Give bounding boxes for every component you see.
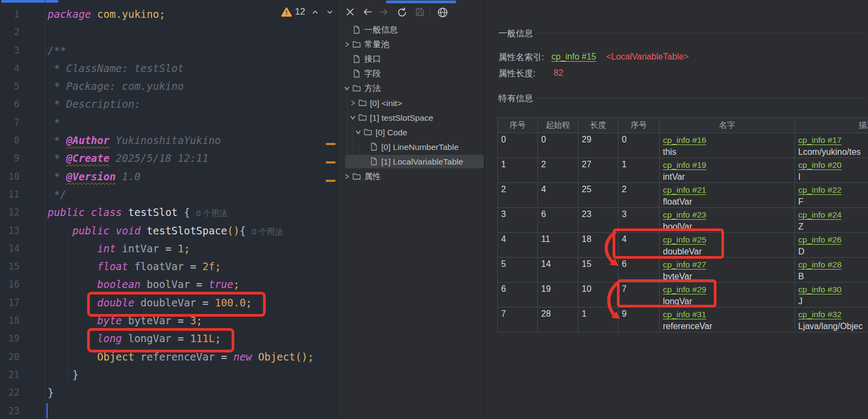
cp-info-link[interactable]: cp_info #19 (663, 160, 791, 171)
table-row[interactable]: 12271cp_info #19intVarcp_info #20I (498, 158, 868, 183)
cp-info-link[interactable]: cp_info #21 (663, 185, 791, 195)
chevron-right-icon[interactable] (344, 173, 350, 180)
cp-info-link[interactable]: cp_info #28 (798, 259, 868, 270)
cell: cp_info #16this (660, 133, 795, 158)
cp-info-link[interactable]: cp_info #29 (663, 284, 791, 295)
tree-item--[interactable]: 字段 (338, 67, 484, 81)
column-header[interactable]: 起始程序... (538, 117, 578, 133)
refresh-icon[interactable] (396, 6, 408, 18)
close-icon[interactable] (345, 6, 356, 17)
save-icon[interactable] (415, 6, 425, 17)
chevron-down-icon[interactable] (344, 85, 350, 91)
table-row[interactable]: 24252cp_info #21floatVarcp_info #22F (498, 183, 868, 208)
globe-icon[interactable] (437, 6, 449, 18)
code-line-9[interactable]: 9 * @Create 2025/5/18 12:11 (0, 149, 337, 167)
code-line-15[interactable]: 15 float floatVar = 2f; (0, 258, 337, 276)
cp-info-link[interactable]: cp_info #17 (798, 135, 868, 146)
code-line-21[interactable]: 21 } (0, 366, 337, 384)
cp-info-link[interactable]: cp_info #25 (663, 234, 791, 245)
code-line-8[interactable]: 8 * @Author YukinoshitaYukino (0, 132, 337, 149)
prev-warning-icon[interactable] (311, 8, 319, 16)
cp-info-link[interactable]: cp_info #32 (798, 309, 868, 320)
code-line-7[interactable]: 7 * (0, 114, 337, 132)
table-row[interactable]: 00290cp_info #16thiscp_info #17Lcom/yuki… (498, 133, 868, 158)
column-header[interactable]: 描述 (795, 117, 868, 133)
cp-info-link[interactable]: cp_info #30 (798, 284, 868, 295)
scrollbar-warning-mark[interactable] (326, 143, 336, 145)
code-line-13[interactable]: 13 public void testSlotSpace(){ 0 个用法 (0, 222, 337, 240)
cp-info-link[interactable]: cp_info #31 (663, 309, 791, 320)
column-header[interactable]: 序号 (498, 117, 538, 133)
toolbar-separator (430, 7, 430, 18)
code-text: /** (19, 42, 66, 60)
code-line-14[interactable]: 14 int intVar = 1; (0, 240, 337, 258)
cp-info-link[interactable]: cp_info #16 (663, 135, 791, 146)
code-line-11[interactable]: 11 */ (0, 186, 337, 204)
tree-item--1-testslotspace[interactable]: [1] testSlotSpace (338, 110, 484, 125)
code-line-5[interactable]: 5 * Package: com.yukino (0, 77, 337, 95)
back-icon[interactable] (362, 6, 373, 17)
attr-name-index-link[interactable]: cp_info #15 (551, 52, 596, 62)
chevron-down-icon[interactable] (355, 129, 361, 135)
code-line-19[interactable]: 19 long longVar = 111L; (0, 330, 337, 348)
tree-item--1-localvariabletable[interactable]: [1] LocalVariableTable (338, 154, 484, 169)
chevron-down-icon[interactable] (350, 114, 356, 121)
cp-info-link[interactable]: cp_info #27 (663, 259, 791, 270)
column-header[interactable]: 名字 (660, 117, 795, 133)
line-number: 20 (0, 348, 19, 366)
code-line-3[interactable]: 3/** (0, 42, 337, 60)
code-line-4[interactable]: 4 * ClassName: testSlot (0, 60, 337, 77)
code-text: byte byteVar = 3; (19, 312, 202, 330)
scrollbar-warning-mark[interactable] (326, 161, 336, 163)
next-warning-icon[interactable] (326, 8, 334, 16)
section-rule (535, 98, 864, 99)
column-header[interactable]: 长度 (578, 117, 619, 133)
chevron-right-icon[interactable] (344, 41, 350, 48)
tree-item--0-init-[interactable]: [0] <init> (338, 96, 484, 110)
cell: 9 (619, 307, 660, 332)
cp-info-link[interactable]: cp_info #22 (798, 185, 868, 195)
cell: 3 (498, 208, 538, 232)
cp-info-link[interactable]: cp_info #23 (663, 210, 791, 220)
code-line-2[interactable]: 2 (0, 23, 337, 41)
code-line-10[interactable]: 10 * @Version 1.0 (0, 168, 337, 186)
cp-info-link[interactable]: cp_info #24 (798, 210, 868, 220)
forward-icon[interactable] (378, 6, 389, 17)
line-number: 7 (0, 114, 19, 132)
tree-item--0-linenumbertable[interactable]: [0] LineNumberTable (338, 140, 484, 154)
warning-count: 12 (295, 6, 305, 17)
cp-info-link[interactable]: cp_info #20 (798, 160, 868, 171)
code-line-23[interactable]: 23 (0, 402, 337, 419)
line-number: 8 (0, 132, 19, 149)
inspections-widget[interactable]: 12 (281, 5, 334, 18)
code-line-17[interactable]: 17 double doubleVar = 100.0; (0, 294, 337, 312)
line-number: 13 (0, 222, 19, 240)
table-row[interactable]: 619107cp_info #29longVarcp_info #30J (498, 283, 868, 307)
line-number: 5 (0, 77, 19, 95)
chevron-right-icon[interactable] (350, 100, 356, 106)
cp-info-link[interactable]: cp_info #26 (798, 234, 868, 245)
code-text: } (19, 384, 54, 402)
code-line-12[interactable]: 12public class testSlot { 0 个用法 (0, 204, 337, 221)
column-header[interactable]: 序号 (619, 117, 660, 133)
tree-item--[interactable]: 常量池 (338, 37, 484, 52)
tree-item--[interactable]: 一般信息 (338, 23, 484, 37)
table-row[interactable]: 36233cp_info #23boolVarcp_info #24Z (498, 208, 868, 233)
tree-item--0-code[interactable]: [0] Code (338, 125, 484, 140)
code-line-16[interactable]: 16 boolean boolVar = true; (0, 276, 337, 293)
scrollbar-warning-mark[interactable] (326, 180, 336, 182)
table-row[interactable]: 411184cp_info #25doubleVarcp_info #26D (498, 233, 868, 258)
table-row[interactable]: 72819cp_info #31referenceVarcp_info #32L… (498, 307, 868, 332)
code-line-18[interactable]: 18 byte byteVar = 3; (0, 312, 337, 330)
code-line-20[interactable]: 20 Object referenceVar = new Object(); (0, 348, 337, 366)
cell: 18 (578, 233, 619, 257)
tree-item--[interactable]: 方法 (338, 81, 484, 96)
table-row[interactable]: 514156cp_info #27byteVarcp_info #28B (498, 258, 868, 283)
code-line-22[interactable]: 22} (0, 384, 337, 402)
code-text: } (19, 366, 78, 384)
code-line-6[interactable]: 6 * Description: (0, 95, 337, 113)
tree-item--[interactable]: 接口 (338, 52, 484, 67)
cell: 1 (498, 158, 538, 182)
tree-item--[interactable]: 属性 (338, 169, 484, 184)
resolved-value: this (663, 146, 791, 158)
